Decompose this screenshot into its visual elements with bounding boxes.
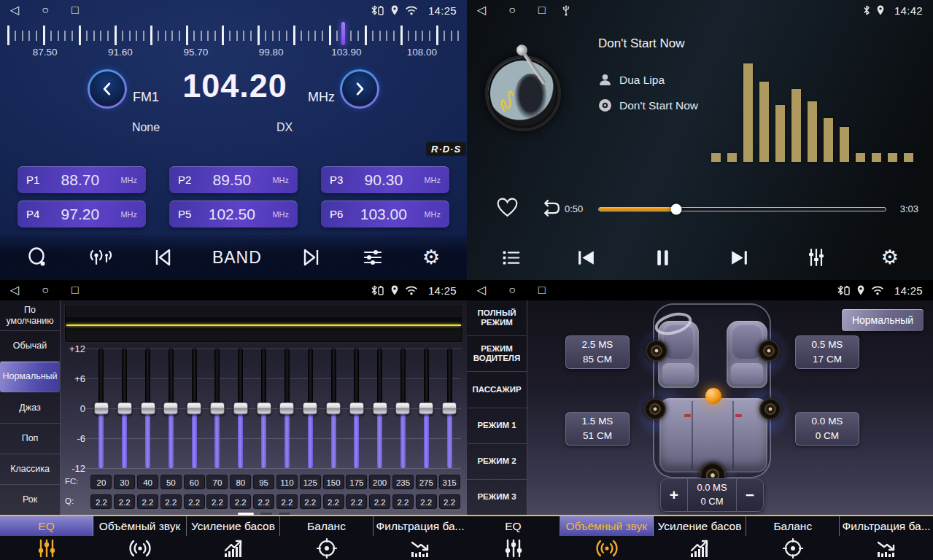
surround-preset-button[interactable]: Нормальный — [842, 309, 924, 331]
next-station-button[interactable] — [301, 246, 322, 268]
tab-eq-sliders[interactable]: EQ — [0, 516, 93, 560]
eq-band-slider[interactable] — [159, 349, 182, 468]
front-left-speaker-delay[interactable]: 2.5 MS 85 CM — [565, 335, 630, 369]
repeat-button[interactable] — [537, 199, 561, 221]
front-right-speaker-delay[interactable]: 0.5 MS 17 CM — [795, 335, 859, 369]
recents-icon[interactable]: □ — [538, 284, 546, 296]
fc-value[interactable]: 235 — [392, 475, 414, 489]
q-value[interactable]: 2.2 — [253, 494, 274, 509]
tune-up-button[interactable] — [340, 69, 379, 109]
eq-slider-thumb[interactable] — [303, 402, 317, 415]
tab-bass-boost[interactable]: Усиление басов — [654, 516, 747, 560]
q-value[interactable]: 2.2 — [90, 494, 112, 509]
fc-value[interactable]: 70 — [206, 475, 228, 489]
settings-button[interactable]: ⚙ — [422, 248, 440, 268]
q-value[interactable]: 2.2 — [276, 494, 298, 509]
preset-button[interactable]: P390.30MHz — [321, 166, 449, 193]
tab-balance[interactable]: Баланс — [280, 516, 373, 560]
preset-button[interactable]: P5102.50MHz — [169, 201, 298, 228]
tab-bass-boost[interactable]: Усиление басов — [187, 516, 280, 560]
fc-value[interactable]: 50 — [160, 475, 182, 489]
band-button[interactable]: BAND — [212, 248, 262, 268]
fc-value[interactable]: 200 — [369, 475, 390, 489]
tuner-position-indicator[interactable] — [341, 22, 345, 45]
rear-right-speaker-icon[interactable] — [759, 398, 781, 420]
q-value[interactable]: 2.2 — [323, 494, 344, 509]
eq-slider-thumb[interactable] — [94, 402, 109, 415]
audio-mixer-button[interactable] — [805, 246, 827, 268]
fc-value[interactable]: 110 — [276, 475, 298, 489]
eq-slider-thumb[interactable] — [117, 402, 132, 415]
fc-value[interactable]: 80 — [230, 475, 251, 489]
eq-band-slider[interactable] — [113, 349, 136, 468]
tab-surround[interactable]: Объёмный звук — [560, 516, 654, 560]
eq-band-slider[interactable] — [345, 349, 368, 468]
eq-band-slider[interactable] — [298, 349, 322, 468]
q-value[interactable]: 2.2 — [300, 494, 321, 509]
eq-slider-thumb[interactable] — [395, 402, 410, 415]
favorite-button[interactable] — [496, 197, 519, 221]
fc-value[interactable]: 275 — [416, 475, 437, 489]
home-icon[interactable]: ○ — [42, 284, 49, 296]
eq-band-slider[interactable] — [252, 349, 276, 468]
tune-down-button[interactable] — [88, 69, 127, 109]
eq-band-slider[interactable] — [90, 349, 113, 468]
preset-button[interactable]: P289.50MHz — [169, 166, 298, 193]
eq-band-slider[interactable] — [276, 349, 299, 468]
q-value[interactable]: 2.2 — [369, 494, 390, 509]
q-value[interactable]: 2.2 — [230, 494, 251, 509]
eq-slider-thumb[interactable] — [373, 402, 387, 415]
surround-mode-item[interactable]: ПОЛНЫЙ РЕЖИМ — [467, 300, 527, 336]
previous-station-button[interactable] — [152, 246, 174, 268]
preset-button[interactable]: P6103.00MHz — [321, 201, 449, 228]
recents-icon[interactable]: □ — [71, 4, 79, 16]
tab-balance[interactable]: Баланс — [746, 516, 840, 560]
eq-shortcut-button[interactable] — [362, 246, 384, 268]
eq-band-slider[interactable] — [438, 349, 461, 468]
tab-filter[interactable]: Фильтрация ба... — [373, 516, 467, 560]
eq-slider-thumb[interactable] — [210, 402, 225, 415]
rear-right-speaker-delay[interactable]: 0.0 MS 0 CM — [795, 412, 859, 446]
eq-slider-thumb[interactable] — [257, 402, 271, 415]
eq-slider-thumb[interactable] — [163, 402, 178, 415]
eq-preset-item[interactable]: Обычай — [0, 331, 60, 362]
eq-slider-thumb[interactable] — [419, 402, 433, 415]
surround-mode-item[interactable]: РЕЖИМ 2 — [467, 444, 527, 480]
next-track-button[interactable] — [728, 246, 751, 269]
recents-icon[interactable]: □ — [538, 4, 546, 16]
home-icon[interactable]: ○ — [508, 284, 516, 296]
back-icon[interactable]: ◁ — [477, 284, 486, 296]
eq-slider-thumb[interactable] — [279, 402, 294, 415]
q-value[interactable]: 2.2 — [392, 494, 414, 509]
tab-surround[interactable]: Объёмный звук — [93, 516, 187, 560]
q-value[interactable]: 2.2 — [416, 494, 437, 509]
rear-left-speaker-icon[interactable] — [644, 398, 666, 420]
scan-button[interactable] — [27, 246, 49, 268]
back-icon[interactable]: ◁ — [10, 4, 19, 16]
fc-value[interactable]: 95 — [253, 475, 274, 489]
tab-filter[interactable]: Фильтрация ба... — [840, 516, 933, 560]
preset-button[interactable]: P188.70MHz — [18, 166, 146, 193]
fc-value[interactable]: 20 — [90, 475, 112, 489]
fc-value[interactable]: 125 — [300, 475, 321, 489]
pause-button[interactable] — [651, 246, 674, 269]
q-value[interactable]: 2.2 — [346, 494, 367, 509]
surround-mode-item[interactable]: РЕЖИМ ВОДИТЕЛЯ — [467, 336, 527, 372]
eq-band-slider[interactable] — [392, 349, 415, 468]
rear-left-speaker-delay[interactable]: 1.5 MS 51 CM — [565, 412, 630, 446]
eq-band-slider[interactable] — [322, 349, 345, 468]
home-icon[interactable]: ○ — [508, 4, 516, 16]
surround-mode-item[interactable]: РЕЖИМ 1 — [467, 408, 527, 444]
settings-button[interactable]: ⚙ — [881, 248, 899, 268]
eq-band-slider[interactable] — [182, 349, 206, 468]
eq-preset-item[interactable]: Джаз — [0, 392, 60, 423]
eq-slider-thumb[interactable] — [326, 402, 341, 415]
back-icon[interactable]: ◁ — [10, 284, 19, 296]
recents-icon[interactable]: □ — [71, 284, 79, 296]
seek-bar-thumb[interactable] — [671, 204, 682, 215]
fc-value[interactable]: 40 — [137, 475, 158, 489]
q-value[interactable]: 2.2 — [206, 494, 228, 509]
fc-value[interactable]: 150 — [323, 475, 344, 489]
eq-slider-thumb[interactable] — [442, 402, 457, 415]
fc-value[interactable]: 315 — [439, 475, 460, 489]
